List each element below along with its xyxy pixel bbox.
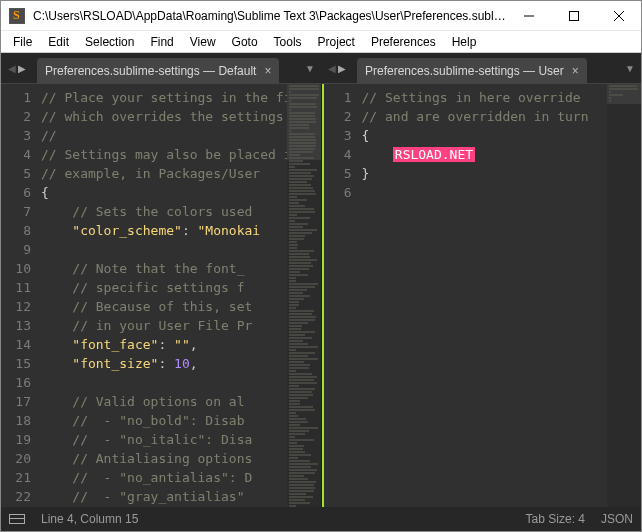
- tab-overflow-icon[interactable]: ▼: [305, 63, 315, 74]
- left-tab-spacer: ▼: [281, 53, 321, 83]
- left-gutter: 1234567891011121314151617181920212223: [1, 84, 39, 507]
- right-tab-spacer: ▼: [589, 53, 641, 83]
- right-tab-nav[interactable]: ◀ ▶: [321, 53, 353, 83]
- left-tab-title: Preferences.sublime-settings — Default: [45, 64, 256, 78]
- app-icon: [9, 8, 25, 24]
- status-cursor[interactable]: Line 4, Column 15: [41, 512, 138, 526]
- arrow-left-icon: ◀: [8, 63, 16, 74]
- panes: 1234567891011121314151617181920212223 //…: [1, 83, 641, 507]
- right-pane[interactable]: 123456 // Settings in here override// an…: [321, 83, 642, 507]
- close-icon[interactable]: ×: [572, 64, 579, 78]
- status-bar: Line 4, Column 15 Tab Size: 4 JSON: [1, 507, 641, 531]
- left-tab[interactable]: Preferences.sublime-settings — Default ×: [37, 58, 279, 83]
- arrow-right-icon: ▶: [18, 63, 26, 74]
- minimize-button[interactable]: [506, 1, 551, 30]
- right-minimap[interactable]: [607, 84, 641, 507]
- svg-rect-1: [569, 11, 578, 20]
- left-pane[interactable]: 1234567891011121314151617181920212223 //…: [1, 83, 321, 507]
- right-tabs: ◀ ▶ Preferences.sublime-settings — User …: [321, 53, 641, 83]
- arrow-left-icon: ◀: [328, 63, 336, 74]
- left-tabs: ◀ ▶ Preferences.sublime-settings — Defau…: [1, 53, 321, 83]
- tab-overflow-icon[interactable]: ▼: [625, 63, 635, 74]
- editor-area: ◀ ▶ Preferences.sublime-settings — Defau…: [1, 53, 641, 507]
- tabs-row: ◀ ▶ Preferences.sublime-settings — Defau…: [1, 53, 641, 83]
- menu-file[interactable]: File: [5, 32, 40, 52]
- window-controls: [506, 1, 641, 30]
- close-button[interactable]: [596, 1, 641, 30]
- right-gutter: 123456: [322, 84, 360, 507]
- menu-goto[interactable]: Goto: [224, 32, 266, 52]
- menu-bar: File Edit Selection Find View Goto Tools…: [1, 31, 641, 53]
- menu-tools[interactable]: Tools: [266, 32, 310, 52]
- window-title: C:\Users\RSLOAD\AppData\Roaming\Sublime …: [33, 9, 506, 23]
- menu-selection[interactable]: Selection: [77, 32, 142, 52]
- menu-help[interactable]: Help: [444, 32, 485, 52]
- window-titlebar: C:\Users\RSLOAD\AppData\Roaming\Sublime …: [1, 1, 641, 31]
- right-code[interactable]: // Settings in here override// and are o…: [360, 84, 608, 507]
- menu-view[interactable]: View: [182, 32, 224, 52]
- status-syntax[interactable]: JSON: [601, 512, 633, 526]
- maximize-button[interactable]: [551, 1, 596, 30]
- menu-find[interactable]: Find: [142, 32, 181, 52]
- right-tab-title: Preferences.sublime-settings — User: [365, 64, 564, 78]
- status-tabsize[interactable]: Tab Size: 4: [526, 512, 585, 526]
- left-minimap[interactable]: [287, 84, 321, 507]
- right-tab[interactable]: Preferences.sublime-settings — User ×: [357, 58, 587, 83]
- left-tab-nav[interactable]: ◀ ▶: [1, 53, 33, 83]
- menu-preferences[interactable]: Preferences: [363, 32, 444, 52]
- menu-project[interactable]: Project: [310, 32, 363, 52]
- left-code[interactable]: // Place your settings in the file// whi…: [39, 84, 287, 507]
- active-indicator: [322, 84, 324, 507]
- close-icon[interactable]: ×: [264, 64, 271, 78]
- menu-edit[interactable]: Edit: [40, 32, 77, 52]
- panel-toggle-icon[interactable]: [9, 514, 25, 524]
- arrow-right-icon: ▶: [338, 63, 346, 74]
